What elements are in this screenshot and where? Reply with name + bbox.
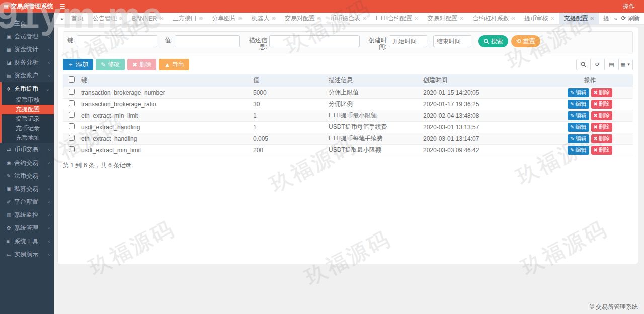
pagination-summary: 第 1 到 6 条，共 6 条记录. bbox=[63, 161, 633, 170]
tab-close-icon[interactable]: ⊗ bbox=[459, 16, 463, 21]
sidebar-item-会员管理[interactable]: ▣会员管理‹ bbox=[0, 30, 54, 43]
tab-公告管理[interactable]: 公告管理⊗ bbox=[88, 13, 127, 24]
row-edit-button[interactable]: ✎编辑 bbox=[568, 111, 589, 120]
tab-首页[interactable]: 首页 bbox=[67, 13, 88, 24]
tabs-scroll-right-icon[interactable]: » bbox=[610, 16, 621, 22]
tab-机器人[interactable]: 机器人⊗ bbox=[247, 13, 280, 24]
sidebar-item-财务分析[interactable]: ◪财务分析‹ bbox=[0, 56, 54, 69]
sidebar-subitem-充提配置[interactable]: 充提配置 bbox=[0, 105, 54, 114]
tab-分享图片[interactable]: 分享图片⊗ bbox=[207, 13, 247, 24]
search-button[interactable]: 搜索 bbox=[478, 35, 508, 47]
select-all-checkbox[interactable] bbox=[69, 76, 75, 83]
tab-close-icon[interactable]: ⊗ bbox=[550, 16, 554, 21]
export-button[interactable]: ▲ 导出 bbox=[159, 59, 189, 70]
sidebar-subitem-充币地址[interactable]: 充币地址 bbox=[2, 133, 54, 143]
desc-input[interactable] bbox=[269, 35, 360, 47]
sidebar-item-label: 系统管理 bbox=[14, 224, 48, 232]
tab-close-icon[interactable]: ⊗ bbox=[272, 16, 276, 21]
value-input[interactable] bbox=[175, 35, 240, 47]
sidebar-item-资金统计[interactable]: ▦资金统计‹ bbox=[0, 43, 54, 56]
row-edit-button[interactable]: ✎编辑 bbox=[568, 134, 589, 143]
tab-label: BANNER bbox=[132, 15, 157, 22]
row-delete-button[interactable]: ✖删除 bbox=[591, 100, 612, 109]
tab-close-icon[interactable]: ⊗ bbox=[414, 16, 418, 21]
row-delete-button[interactable]: ✖删除 bbox=[591, 123, 612, 132]
tab-close-icon[interactable]: ⊗ bbox=[199, 16, 203, 21]
sidebar-item-币币交易[interactable]: ⇄币币交易‹ bbox=[0, 143, 54, 156]
refresh-tab-button[interactable]: ⟳ 刷新 bbox=[621, 14, 640, 23]
row-checkbox-cell bbox=[63, 121, 78, 133]
brand-logo-icon: ▦ bbox=[4, 3, 9, 10]
row-edit-button[interactable]: ✎编辑 bbox=[568, 146, 589, 155]
edit-button-label: 编辑 bbox=[576, 123, 587, 131]
table-search-toggle-button[interactable] bbox=[576, 59, 591, 70]
tab-ETH合约配置[interactable]: ETH合约配置⊗ bbox=[371, 13, 423, 24]
sidebar-item-私募交易[interactable]: ▣私募交易‹ bbox=[0, 182, 54, 195]
sidebar-item-实例演示[interactable]: ▭实例演示‹ bbox=[0, 248, 54, 261]
row-edit-button[interactable]: ✎编辑 bbox=[568, 100, 589, 109]
tab-币币撮合表[interactable]: 币币撮合表⊗ bbox=[326, 13, 371, 24]
topbar-action-menu[interactable]: 操作 bbox=[623, 2, 635, 11]
sidebar-group-私募交易: ▣私募交易‹ bbox=[0, 182, 54, 195]
row-checkbox[interactable] bbox=[69, 100, 75, 106]
tab-close-icon[interactable]: ⊗ bbox=[362, 16, 366, 21]
table-row: usdt_extract_min_limit200USDT提取最小限额2020-… bbox=[63, 144, 633, 156]
sidebar-item-合约交易[interactable]: ◉合约交易‹ bbox=[0, 156, 54, 169]
row-delete-button[interactable]: ✖删除 bbox=[591, 134, 612, 143]
tab-bar-right: » ⟳ 刷新 bbox=[610, 14, 640, 23]
table-refresh-button[interactable]: ⟳ bbox=[590, 59, 605, 70]
col-desc: 描述信息 bbox=[326, 74, 420, 87]
row-delete-button[interactable]: ✖删除 bbox=[591, 111, 612, 120]
sidebar-item-法币交易[interactable]: ✎法币交易‹ bbox=[0, 169, 54, 182]
edit-button-label: 编辑 bbox=[576, 89, 587, 96]
tab-close-icon[interactable]: ⊗ bbox=[590, 16, 594, 21]
table-view-toggle-button[interactable]: ▤ bbox=[604, 59, 619, 70]
row-edit-button[interactable]: ✎编辑 bbox=[568, 123, 589, 132]
row-edit-button[interactable]: ✎编辑 bbox=[568, 88, 589, 97]
row-checkbox[interactable] bbox=[69, 89, 75, 95]
start-time-input[interactable] bbox=[389, 35, 427, 47]
row-checkbox[interactable] bbox=[69, 123, 75, 129]
end-time-input[interactable] bbox=[433, 35, 471, 47]
tab-close-icon[interactable]: ⊗ bbox=[119, 16, 123, 21]
tab-提币审核[interactable]: 提币审核⊗ bbox=[520, 13, 559, 24]
tab-close-icon[interactable]: ⊗ bbox=[511, 16, 515, 21]
row-checkbox[interactable] bbox=[69, 146, 75, 152]
key-input[interactable] bbox=[77, 35, 157, 47]
tab-交易对配置[interactable]: 交易对配置⊗ bbox=[423, 13, 468, 24]
sidebar-subitem-提币记录[interactable]: 提币记录 bbox=[2, 114, 54, 124]
tab-提币记录[interactable]: 提币记录⊗ bbox=[599, 13, 610, 24]
tab-合约杠杆系数[interactable]: 合约杠杆系数⊗ bbox=[468, 13, 520, 24]
tab-close-icon[interactable]: ⊗ bbox=[159, 16, 164, 21]
row-delete-button[interactable]: ✖删除 bbox=[591, 88, 612, 97]
tab-交易对配置[interactable]: 交易对配置⊗ bbox=[280, 13, 326, 24]
sidebar-subitem-充币记录[interactable]: 充币记录 bbox=[2, 124, 54, 133]
table-columns-button[interactable]: ▦▼ bbox=[618, 59, 633, 70]
row-checkbox[interactable] bbox=[69, 135, 75, 141]
sidebar-item-资金账户[interactable]: ▤资金账户‹ bbox=[0, 69, 54, 82]
cell-created: 2020-01-15 14:20:05 bbox=[420, 87, 547, 98]
reset-button[interactable]: ⟲ 重置 bbox=[511, 35, 540, 47]
tab-close-icon[interactable]: ⊗ bbox=[238, 16, 242, 21]
row-delete-button[interactable]: ✖删除 bbox=[591, 146, 612, 155]
tab-BANNER[interactable]: BANNER⊗ bbox=[128, 13, 168, 24]
modify-button[interactable]: ✎ 修改 bbox=[96, 59, 125, 70]
sidebar-group-会员管理: ▣会员管理‹ bbox=[0, 30, 54, 43]
sidebar-item-系统管理[interactable]: ✿系统管理‹ bbox=[0, 221, 54, 234]
add-button[interactable]: ＋ 添加 bbox=[63, 59, 93, 70]
tabs-scroll-left-icon[interactable]: « bbox=[58, 16, 67, 22]
sidebar-item-充币提币[interactable]: ✈充币提币⌄ bbox=[2, 82, 54, 95]
sidebar-item-系统工具[interactable]: ≡系统工具‹ bbox=[0, 234, 54, 248]
sidebar-item-平台配置[interactable]: ✐平台配置‹ bbox=[0, 195, 54, 208]
sidebar-item-系统监控[interactable]: ▥系统监控‹ bbox=[0, 208, 54, 221]
tab-close-icon[interactable]: ⊗ bbox=[317, 16, 321, 21]
delete-button[interactable]: ✖ 删除 bbox=[127, 59, 156, 70]
sidebar-item-主页[interactable]: ⌂主页‹ bbox=[0, 17, 54, 30]
tab-充提配置[interactable]: 充提配置⊗ bbox=[559, 13, 598, 24]
tab-三方接口[interactable]: 三方接口⊗ bbox=[168, 13, 207, 24]
sidebar-subitem-提币审核[interactable]: 提币审核 bbox=[2, 95, 54, 105]
hamburger-menu-icon[interactable]: ☰ bbox=[60, 3, 65, 10]
sidebar-group-财务分析: ◪财务分析‹ bbox=[0, 56, 54, 69]
cell-desc: USDT提币每笔手续费 bbox=[326, 121, 420, 133]
row-checkbox[interactable] bbox=[69, 112, 75, 118]
